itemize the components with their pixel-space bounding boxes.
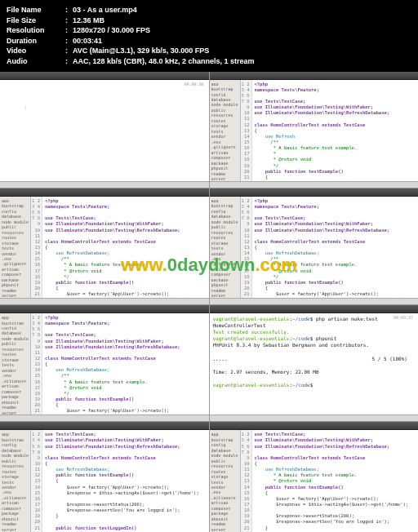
file-tree-item[interactable]: tests	[2, 246, 29, 250]
file-tree-item[interactable]: .gitignore	[211, 261, 238, 265]
file-tree[interactable]: appbootstrapconfigdatabasenode_modulespu…	[0, 430, 31, 532]
file-tree-item[interactable]: config	[211, 442, 238, 446]
file-tree-item[interactable]: phpunit	[2, 400, 29, 404]
file-tree-item[interactable]: bootstrap	[2, 321, 29, 325]
file-tree-item[interactable]: config	[211, 209, 238, 213]
file-tree-item[interactable]: composer	[211, 155, 238, 159]
file-tree-item[interactable]: artisan	[2, 500, 29, 504]
file-tree-item[interactable]: public	[2, 224, 29, 228]
file-tree-item[interactable]: .gitignore	[2, 495, 29, 499]
file-tree-item[interactable]: node_modules	[211, 102, 238, 106]
file-tree-item[interactable]: storage	[2, 474, 29, 478]
file-tree-item[interactable]: node_modules	[2, 453, 29, 457]
file-tree-item[interactable]: routes	[2, 469, 29, 473]
file-tree[interactable]: appbootstrapconfigdatabasenode_modulespu…	[210, 197, 241, 304]
file-tree-item[interactable]: package	[2, 394, 29, 398]
file-tree-item[interactable]: readme	[2, 288, 29, 292]
file-tree-item[interactable]: artisan	[211, 267, 238, 271]
file-tree-item[interactable]: public	[2, 459, 29, 463]
file-tree-item[interactable]: resources	[2, 230, 29, 234]
file-tree-item[interactable]: server	[211, 527, 238, 531]
file-tree-item[interactable]: node_modules	[211, 219, 238, 224]
file-tree-item[interactable]: package	[211, 277, 238, 282]
file-tree-item[interactable]: server	[211, 293, 238, 297]
file-tree-item[interactable]: resources	[211, 113, 238, 117]
file-tree-item[interactable]: node_modules	[2, 219, 29, 224]
file-tree-item[interactable]: app	[211, 82, 238, 86]
file-tree-item[interactable]: .env	[211, 490, 238, 494]
file-tree-item[interactable]: routes	[2, 352, 29, 356]
file-tree-item[interactable]: .env	[2, 490, 29, 494]
file-tree-item[interactable]: artisan	[211, 150, 238, 154]
file-tree-item[interactable]: app	[2, 198, 29, 202]
file-tree-item[interactable]: server	[211, 176, 238, 180]
file-tree-item[interactable]: .gitignore	[211, 495, 238, 499]
file-tree-item[interactable]: tests	[211, 129, 238, 133]
file-tree[interactable]: appbootstrapconfigdatabasenode_modulespu…	[0, 197, 31, 304]
file-tree-item[interactable]: routes	[2, 235, 29, 239]
file-tree-item[interactable]: app	[2, 432, 29, 436]
file-tree-item[interactable]: node_modules	[211, 453, 238, 457]
file-tree-item[interactable]: tests	[211, 246, 238, 250]
file-tree-item[interactable]: .env	[211, 140, 238, 144]
file-tree-item[interactable]: app	[211, 432, 238, 436]
file-tree-item[interactable]: routes	[211, 469, 238, 473]
file-tree-item[interactable]: database	[2, 214, 29, 218]
file-tree-item[interactable]: readme	[211, 521, 238, 525]
file-tree-item[interactable]: tests	[2, 362, 29, 366]
file-tree-item[interactable]: composer	[2, 272, 29, 276]
file-tree-item[interactable]: public	[211, 224, 238, 228]
file-tree-item[interactable]: .gitignore	[2, 379, 29, 383]
file-tree-item[interactable]: tests	[2, 480, 29, 484]
file-tree-item[interactable]: config	[2, 326, 29, 330]
file-tree-item[interactable]: package	[2, 511, 29, 515]
file-tree-item[interactable]: bootstrap	[2, 203, 29, 207]
file-tree-item[interactable]: storage	[211, 241, 238, 245]
file-tree-item[interactable]: server	[2, 293, 29, 297]
file-tree-item[interactable]: database	[211, 214, 238, 218]
file-tree-item[interactable]: bootstrap	[211, 437, 238, 441]
file-tree-item[interactable]: package	[211, 511, 238, 515]
file-tree-item[interactable]: database	[2, 330, 29, 335]
file-tree-item[interactable]: artisan	[2, 267, 29, 271]
file-tree-item[interactable]: vendor	[211, 251, 238, 255]
file-tree-item[interactable]: public	[211, 108, 238, 112]
file-tree-item[interactable]: .gitignore	[2, 261, 29, 265]
file-tree-item[interactable]: readme	[2, 521, 29, 525]
file-tree-item[interactable]: storage	[2, 241, 29, 245]
file-tree-item[interactable]: node_modules	[2, 336, 29, 340]
file-tree-item[interactable]: .gitignore	[211, 144, 238, 149]
file-tree-item[interactable]: public	[2, 341, 29, 345]
file-tree-item[interactable]: tests	[211, 480, 238, 484]
file-tree-item[interactable]: bootstrap	[2, 437, 29, 441]
file-tree[interactable]: appbootstrapconfigdatabasenode_modulespu…	[210, 80, 241, 188]
file-tree-item[interactable]: bootstrap	[211, 86, 238, 91]
file-tree-item[interactable]: app	[2, 315, 29, 319]
file-tree-item[interactable]: database	[211, 448, 238, 452]
file-tree-item[interactable]: readme	[2, 405, 29, 409]
file-tree-item[interactable]: vendor	[211, 485, 238, 489]
file-tree-item[interactable]: server	[2, 527, 29, 531]
file-tree-item[interactable]: composer	[211, 506, 238, 510]
file-tree-item[interactable]: .env	[211, 256, 238, 260]
file-tree-item[interactable]: config	[2, 209, 29, 213]
file-tree-item[interactable]: storage	[211, 123, 238, 127]
file-tree-item[interactable]: resources	[211, 463, 238, 468]
file-tree-item[interactable]: app	[211, 198, 238, 202]
file-tree-item[interactable]: phpunit	[211, 516, 238, 521]
file-tree-item[interactable]: package	[2, 277, 29, 282]
file-tree-item[interactable]: database	[2, 448, 29, 452]
file-tree-item[interactable]: .env	[2, 256, 29, 260]
file-tree-item[interactable]: resources	[2, 463, 29, 468]
file-tree-item[interactable]: server	[2, 410, 29, 415]
file-tree-item[interactable]: readme	[211, 171, 238, 175]
file-tree-item[interactable]: readme	[211, 288, 238, 292]
file-tree-item[interactable]: vendor	[2, 485, 29, 489]
file-tree-item[interactable]: routes	[211, 235, 238, 239]
file-tree-item[interactable]: phpunit	[2, 516, 29, 521]
file-tree-item[interactable]: phpunit	[211, 166, 238, 170]
file-tree-item[interactable]: storage	[2, 357, 29, 361]
file-tree-item[interactable]: config	[2, 442, 29, 446]
file-tree-item[interactable]: composer	[2, 389, 29, 393]
file-tree-item[interactable]: resources	[211, 230, 238, 234]
